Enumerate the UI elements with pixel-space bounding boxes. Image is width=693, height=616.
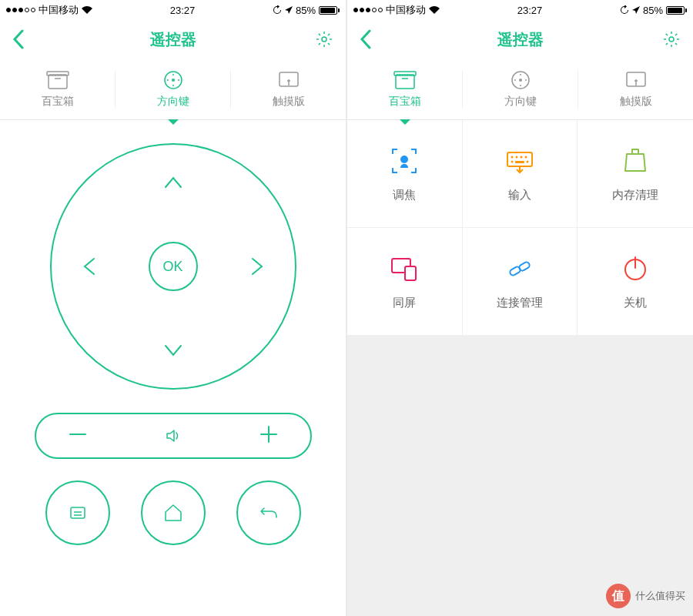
svg-point-0 xyxy=(322,37,326,42)
tab-label: 触摸版 xyxy=(273,95,305,109)
watermark-badge: 值 xyxy=(606,584,631,608)
svg-rect-14 xyxy=(71,507,85,518)
minus-icon xyxy=(67,424,89,445)
dpad-area: OK xyxy=(0,120,346,616)
nav-header: 遥控器 xyxy=(347,20,693,59)
refresh-icon xyxy=(273,5,282,15)
tabs-row: 百宝箱 方向键 触摸版 xyxy=(0,59,346,120)
dpad-down-button[interactable] xyxy=(162,338,185,361)
svg-point-17 xyxy=(669,37,674,42)
volume-control xyxy=(35,413,312,459)
battery-icon xyxy=(666,6,687,15)
tab-touchpad[interactable]: 触摸版 xyxy=(231,59,346,119)
tool-clean[interactable]: 内存清理 xyxy=(578,120,693,228)
tab-label: 触摸版 xyxy=(620,95,652,109)
box-icon xyxy=(46,70,69,90)
tabs-row: 百宝箱 方向键 触摸版 xyxy=(347,59,693,120)
svg-rect-29 xyxy=(507,152,532,166)
chevron-up-icon xyxy=(162,172,185,195)
svg-point-6 xyxy=(172,74,174,75)
back-button[interactable] xyxy=(360,29,372,49)
dpad-icon xyxy=(162,70,185,90)
svg-rect-38 xyxy=(405,266,416,280)
dpad-right-button[interactable] xyxy=(245,255,268,278)
location-icon xyxy=(632,6,640,14)
svg-rect-35 xyxy=(515,161,524,163)
svg-point-33 xyxy=(524,156,527,159)
menu-icon xyxy=(65,500,90,525)
svg-rect-40 xyxy=(518,261,531,272)
dpad-up-button[interactable] xyxy=(162,172,185,195)
battery-pct: 85% xyxy=(643,5,663,16)
tab-toolbox[interactable]: 百宝箱 xyxy=(0,59,115,119)
tab-dpad[interactable]: 方向键 xyxy=(116,59,230,119)
tab-dpad[interactable]: 方向键 xyxy=(463,59,578,119)
svg-point-23 xyxy=(520,74,521,75)
tool-input[interactable]: 输入 xyxy=(463,120,578,228)
tool-link[interactable]: 连接管理 xyxy=(463,228,578,336)
battery-pct: 85% xyxy=(296,5,316,16)
bottom-buttons xyxy=(45,480,301,545)
svg-point-32 xyxy=(520,156,522,159)
keyboard-icon xyxy=(504,145,536,177)
svg-point-7 xyxy=(172,85,174,86)
dpad-ok-button[interactable]: OK xyxy=(149,242,198,291)
speaker-icon xyxy=(162,425,184,447)
menu-button[interactable] xyxy=(45,480,110,545)
tool-mirror[interactable]: 同屏 xyxy=(347,228,463,336)
svg-rect-1 xyxy=(49,75,67,89)
empty-area xyxy=(347,336,693,616)
tab-label: 百宝箱 xyxy=(389,95,421,109)
volume-up-button[interactable] xyxy=(258,424,280,448)
tool-label: 连接管理 xyxy=(497,296,543,310)
tool-focus[interactable]: 调焦 xyxy=(347,120,463,228)
carrier-label: 中国移动 xyxy=(386,3,426,17)
focus-icon xyxy=(388,145,420,177)
watermark-text: 什么值得买 xyxy=(635,589,685,603)
settings-button[interactable] xyxy=(662,30,681,49)
page-title: 遥控器 xyxy=(497,29,544,50)
tool-label: 输入 xyxy=(508,188,531,203)
screen-toolbox: 中国移动 23:27 85% 遥控器 百宝箱 xyxy=(347,0,693,616)
nav-header: 遥控器 xyxy=(0,20,346,59)
link-icon xyxy=(504,253,536,285)
tools-grid: 调焦 输入 内存清理 同屏 连接管理 xyxy=(347,120,693,336)
clock-label: 23:27 xyxy=(517,5,543,16)
signal-dots-icon xyxy=(353,8,383,12)
home-icon xyxy=(161,500,186,525)
svg-rect-18 xyxy=(396,75,414,89)
dpad-ring: OK xyxy=(50,143,296,390)
home-button[interactable] xyxy=(141,480,206,545)
tool-power[interactable]: 关机 xyxy=(578,228,693,336)
svg-rect-19 xyxy=(394,72,416,75)
svg-rect-2 xyxy=(47,72,69,75)
status-bar: 中国移动 23:27 85% xyxy=(347,0,693,20)
svg-point-36 xyxy=(526,161,528,163)
tab-label: 方向键 xyxy=(157,95,189,109)
back-button[interactable] xyxy=(12,29,25,49)
back-nav-button[interactable] xyxy=(236,480,301,545)
svg-point-26 xyxy=(525,79,527,81)
dpad-left-button[interactable] xyxy=(79,255,102,278)
tab-toolbox[interactable]: 百宝箱 xyxy=(347,59,462,119)
svg-point-34 xyxy=(511,161,513,163)
svg-point-25 xyxy=(514,79,516,81)
svg-point-22 xyxy=(519,79,522,82)
tab-touchpad[interactable]: 触摸版 xyxy=(578,59,693,119)
chevron-left-icon xyxy=(79,255,102,278)
svg-point-8 xyxy=(167,79,169,81)
mirror-icon xyxy=(388,253,420,285)
tool-label: 内存清理 xyxy=(612,188,658,203)
tool-label: 关机 xyxy=(624,296,647,310)
return-icon xyxy=(256,500,281,525)
ok-label: OK xyxy=(162,259,182,275)
wifi-icon xyxy=(82,6,92,14)
page-title: 遥控器 xyxy=(150,29,196,50)
tab-label: 方向键 xyxy=(504,95,537,109)
volume-down-button[interactable] xyxy=(67,424,89,448)
settings-button[interactable] xyxy=(315,30,333,49)
screen-dpad: 中国移动 23:27 85% 遥控器 百宝箱 xyxy=(0,0,346,616)
touchpad-icon xyxy=(624,70,648,90)
svg-point-24 xyxy=(520,85,521,86)
touchpad-icon xyxy=(277,70,300,90)
